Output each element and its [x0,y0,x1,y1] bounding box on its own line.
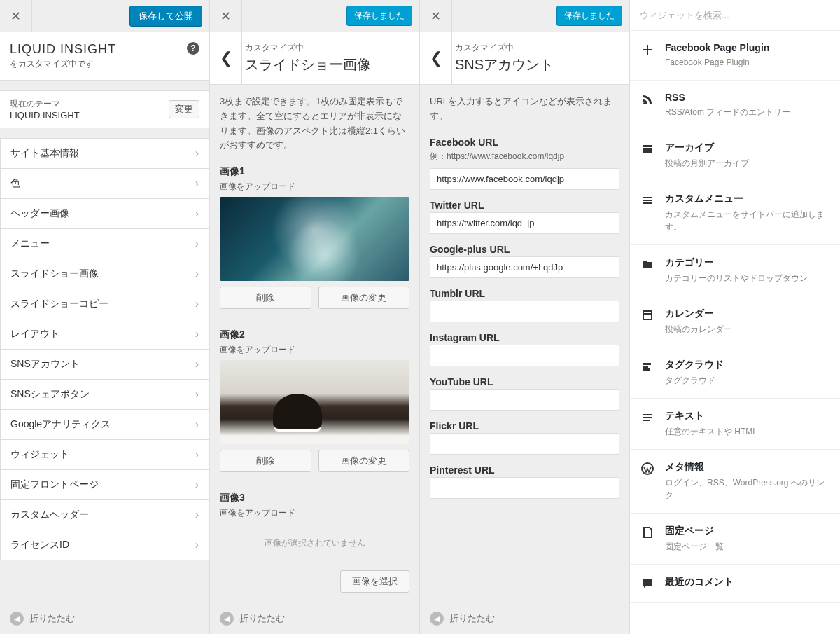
tumblr-label: Tumblr URL [430,288,620,299]
image2-change-button[interactable]: 画像の変更 [318,450,410,472]
widget-item[interactable]: テキスト任意のテキストや HTML [630,399,840,450]
image2-delete-button[interactable]: 削除 [220,450,312,472]
menu-icon [640,193,655,208]
topbar: ✕ 保存しました [210,0,419,32]
widget-title: RSS [665,92,790,103]
collapse-icon: ◀ [430,612,444,626]
gplus-input[interactable] [430,256,620,278]
section-menu-item[interactable]: ウィジェット› [0,439,209,469]
facebook-input[interactable] [430,168,620,190]
help-icon[interactable]: ? [187,42,200,55]
calendar-icon [640,308,655,323]
section-menu-item[interactable]: ライセンスID› [0,530,209,560]
saved-button[interactable]: 保存しました [346,6,412,26]
change-theme-button[interactable]: 変更 [169,100,200,118]
widget-title: テキスト [665,410,757,422]
twitter-label: Twitter URL [430,200,620,211]
widget-item[interactable]: アーカイブ投稿の月別アーカイブ [630,130,840,181]
youtube-input[interactable] [430,389,620,411]
section-menu-item[interactable]: スライドショー画像› [0,259,209,289]
image1-thumbnail[interactable] [220,197,410,281]
section-menu-label: スライドショーコピー [10,298,108,310]
image1-delete-button[interactable]: 削除 [220,287,312,309]
pinterest-label: Pinterest URL [430,464,620,476]
widget-item[interactable]: カテゴリーカテゴリーのリストやドロップダウン [630,245,840,296]
widget-item[interactable]: カスタムメニューカスタムメニューをサイドバーに追加します。 [630,181,840,245]
widget-title: 固定ページ [665,525,724,537]
collapse-label: 折りたたむ [239,612,285,625]
widget-item[interactable]: 固定ページ固定ページ一覧 [630,514,840,565]
plus-icon [640,42,655,57]
panel-description: 3枚まで設定できます。1枚のみ固定表示もできます。全て空にするとエリアが非表示に… [220,85,410,156]
facebook-label: Facebook URL [430,137,620,148]
collapse-label: 折りたたむ [29,612,75,625]
section-menu-item[interactable]: SNSシェアボタン› [0,379,209,409]
close-button[interactable]: ✕ [210,0,242,32]
chevron-right-icon: › [195,448,199,461]
widget-item[interactable]: カレンダー投稿のカレンダー [630,296,840,347]
widget-item[interactable]: メタ情報ログイン、RSS、WordPress.org へのリンク [630,450,840,514]
close-button[interactable]: ✕ [0,0,32,32]
panel-header: ❮ カスタマイズ中 SNSアカウント [420,32,629,85]
section-menu-item[interactable]: 固定フロントページ› [0,469,209,499]
section-menu: サイト基本情報›色›ヘッダー画像›メニュー›スライドショー画像›スライドショーコ… [0,138,209,560]
back-button[interactable]: ❮ [420,32,452,84]
chevron-right-icon: › [195,358,199,371]
widget-title: カテゴリー [665,256,808,269]
section-menu-item[interactable]: レイアウト› [0,319,209,349]
image1-label: 画像1 [220,165,410,178]
image1-change-button[interactable]: 画像の変更 [318,287,410,309]
chevron-right-icon: › [195,237,199,250]
image2-thumbnail[interactable] [220,360,410,444]
section-menu-item[interactable]: カスタムヘッダー› [0,499,209,530]
section-menu-item[interactable]: ヘッダー画像› [0,198,209,228]
image3-empty-text: 画像が選択されていません [220,522,410,565]
site-title: LIQUID INSIGHT [10,42,200,57]
instagram-input[interactable] [430,345,620,366]
pinterest-input[interactable] [430,477,620,499]
youtube-label: YouTube URL [430,376,620,387]
widget-search-input[interactable] [630,0,840,30]
widget-item[interactable]: 最近のコメント [630,565,840,603]
topbar: ✕ 保存しました [420,0,629,32]
chevron-right-icon: › [195,478,199,491]
chevron-right-icon: › [195,207,199,220]
widgets-panel: Facebook Page PluginFacebook Page Plugin… [630,0,840,634]
section-menu-item[interactable]: スライドショーコピー› [0,289,209,319]
twitter-input[interactable] [430,212,620,234]
save-publish-button[interactable]: 保存して公開 [130,6,202,27]
image2-label: 画像2 [220,329,410,341]
collapse-sidebar[interactable]: ◀ 折りたたむ [0,603,209,634]
section-menu-item[interactable]: サイト基本情報› [0,138,209,168]
widget-item[interactable]: RSSRSS/Atom フィードのエントリー [630,81,840,130]
widget-title: カレンダー [665,308,732,320]
widget-title: 最近のコメント [665,576,734,588]
widget-item[interactable]: Facebook Page PluginFacebook Page Plugin [630,31,840,81]
section-menu-item[interactable]: Googleアナリティクス› [0,409,209,439]
widget-item[interactable]: タグクラウドタグクラウド [630,347,840,399]
gplus-label: Google-plus URL [430,244,620,255]
facebook-example: 例：https://www.facebook.com/lqdjp [430,151,620,163]
widget-desc: 任意のテキストや HTML [665,425,757,438]
collapse-sidebar[interactable]: ◀ 折りたたむ [420,603,629,634]
widget-title: カスタムメニュー [665,193,830,205]
collapse-sidebar[interactable]: ◀ 折りたたむ [210,603,419,634]
comment-icon [640,576,655,591]
section-menu-item[interactable]: SNSアカウント› [0,349,209,379]
widget-desc: タグクラウド [665,374,724,387]
tumblr-input[interactable] [430,301,620,322]
section-menu-item[interactable]: メニュー› [0,228,209,259]
back-button[interactable]: ❮ [210,32,242,84]
image2-upload-label: 画像をアップロード [220,344,410,356]
topbar: ✕ 保存して公開 [0,0,209,32]
text-icon [640,410,655,425]
section-menu-item[interactable]: 色› [0,168,209,198]
image3-select-button[interactable]: 画像を選択 [340,570,410,593]
widget-desc: カスタムメニューをサイドバーに追加します。 [665,208,830,233]
site-subtitle: をカスタマイズ中です [10,58,200,70]
widget-desc: 投稿の月別アーカイブ [665,157,749,170]
flickr-input[interactable] [430,433,620,455]
archive-icon [640,142,655,157]
saved-button[interactable]: 保存しました [556,6,622,26]
close-button[interactable]: ✕ [420,0,452,32]
